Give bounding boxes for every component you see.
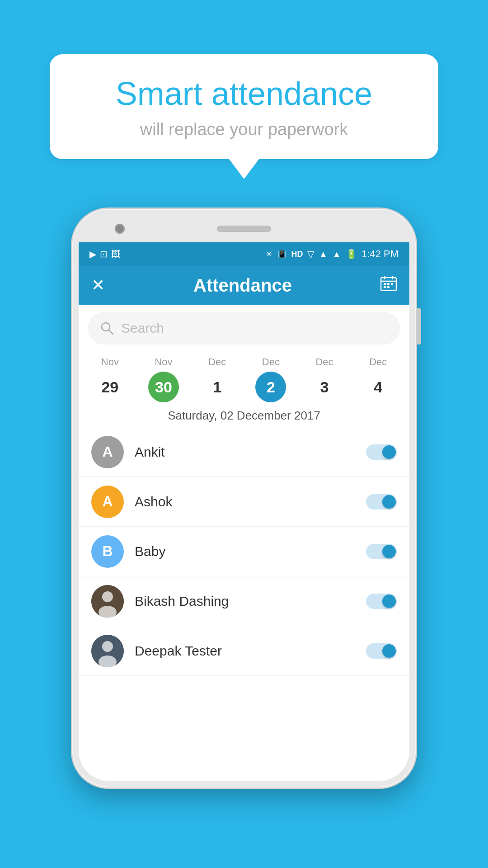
svg-rect-8 [387,286,389,288]
phone-frame: ▶ ⊡ 🖼 ✳ 📳 HD ▽ ▲ ▲ 🔋 1:42 PM ✕ A [72,209,416,788]
calendar-day-3[interactable]: Dec3 [298,356,352,402]
person-name-bikash: Bikash Dashing [135,594,366,609]
cal-date-number: 30 [148,372,179,402]
calendar-day-2[interactable]: Dec2 [244,356,298,402]
signal-icon: ▲ [319,249,328,259]
signal2-icon: ▲ [332,249,341,259]
attendance-toggle-ashok[interactable] [366,494,397,509]
avatar-bikash [91,585,124,618]
cal-date-number: 2 [255,372,286,402]
status-icons-left: ▶ ⊡ 🖼 [89,249,120,259]
cal-date-number: 3 [309,372,340,402]
cal-month-label: Dec [315,356,333,368]
image-icon: 🖼 [111,249,120,259]
avatar-deepak [91,635,124,667]
phone-top-bar [79,215,409,242]
search-placeholder: Search [121,321,164,336]
person-name-baby: Baby [135,544,366,559]
vibrate-icon: 📳 [277,250,286,259]
status-right: ✳ 📳 HD ▽ ▲ ▲ 🔋 1:42 PM [265,248,399,260]
calendar-day-1[interactable]: Dec1 [190,356,244,402]
calendar-button[interactable] [380,276,397,295]
search-icon [100,321,114,335]
attendance-item-baby: BBaby [79,527,409,576]
person-name-deepak: Deepak Tester [135,643,366,659]
wifi-icon: ▽ [307,249,314,259]
cal-month-label: Dec [262,356,280,368]
bubble-title: Smart attendance [77,76,411,112]
calendar-day-30[interactable]: Nov30 [137,356,191,402]
attendance-toggle-baby[interactable] [366,544,397,559]
attendance-toggle-ankit[interactable] [366,444,397,460]
attendance-item-deepak: Deepak Tester [79,626,409,676]
attendance-toggle-bikash[interactable] [366,594,397,609]
svg-rect-4 [384,283,386,285]
calendar-day-29[interactable]: Nov29 [83,356,137,402]
avatar-ankit: A [91,436,124,468]
battery-icon: 🔋 [346,249,357,259]
selected-date: Saturday, 02 December 2017 [79,402,409,427]
svg-rect-7 [384,286,386,288]
bluetooth-icon: ✳ [265,249,273,259]
status-bar: ▶ ⊡ 🖼 ✳ 📳 HD ▽ ▲ ▲ 🔋 1:42 PM [79,242,409,266]
avatar-baby: B [91,535,124,568]
attendance-item-bikash: Bikash Dashing [79,576,409,626]
phone-inner: ▶ ⊡ 🖼 ✳ 📳 HD ▽ ▲ ▲ 🔋 1:42 PM ✕ A [79,215,409,781]
play-icon: ▶ [89,249,96,259]
app-header: ✕ Attendance [79,266,409,305]
cal-date-number: 1 [202,372,233,402]
hd-icon: HD [291,250,303,259]
app-title: Attendance [193,275,292,296]
svg-rect-6 [391,283,393,285]
status-time: 1:42 PM [361,248,399,260]
svg-line-10 [109,330,113,334]
record-icon: ⊡ [100,249,108,259]
person-name-ashok: Ashok [135,494,366,509]
cal-month-label: Nov [101,356,119,368]
cal-date-number: 4 [363,372,394,402]
attendance-item-ashok: AAshok [79,477,409,527]
attendance-toggle-deepak[interactable] [366,643,397,659]
speech-bubble: Smart attendance will replace your paper… [50,54,438,159]
phone-camera [115,224,125,234]
phone-wrapper: ▶ ⊡ 🖼 ✳ 📳 HD ▽ ▲ ▲ 🔋 1:42 PM ✕ A [72,209,416,788]
attendance-list: AAnkitAAshokBBaby Bikash Dashing Deepak … [79,427,409,781]
svg-point-15 [102,641,113,652]
cal-date-number: 29 [94,372,125,402]
svg-rect-5 [387,283,389,285]
svg-point-12 [102,591,113,602]
cal-month-label: Dec [208,356,226,368]
avatar-ashok: A [91,486,124,518]
phone-speaker [217,226,271,232]
calendar-day-4[interactable]: Dec4 [351,356,405,402]
person-name-ankit: Ankit [135,444,366,460]
close-button[interactable]: ✕ [91,276,105,295]
calendar-strip: Nov29Nov30Dec1Dec2Dec3Dec4 [79,352,409,402]
cal-month-label: Nov [155,356,172,368]
cal-month-label: Dec [369,356,387,368]
bubble-subtitle: will replace your paperwork [77,120,411,139]
search-bar[interactable]: Search [88,312,400,344]
attendance-item-ankit: AAnkit [79,427,409,477]
